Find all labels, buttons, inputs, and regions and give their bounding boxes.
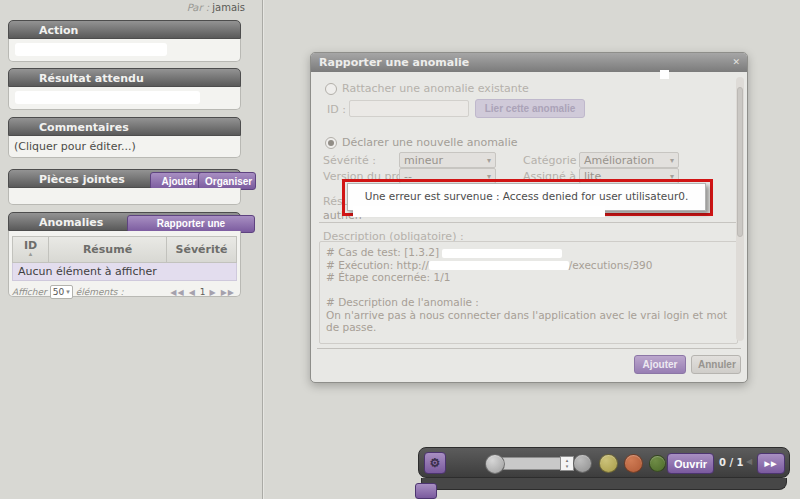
fast-forward-icon: ▶▶	[765, 460, 778, 467]
description-line-step: # Étape concernée: 1/1	[326, 271, 731, 284]
previous-step-button[interactable]: ◀	[746, 457, 752, 466]
declare-new-radio[interactable]	[325, 137, 337, 149]
redacted-action-text	[15, 43, 167, 56]
spinner-down-icon[interactable]: ▾	[561, 463, 573, 469]
category-value: Amélioration	[584, 153, 654, 167]
dialog-cancel-button[interactable]: Annuler	[691, 355, 741, 374]
page-size-value: 50	[53, 287, 64, 297]
status-success-button[interactable]	[649, 455, 666, 472]
pager-next-button[interactable]: ▶	[210, 288, 217, 297]
error-message-text: Une erreur est survenue : Access denied …	[365, 190, 689, 202]
comments-panel-body[interactable]: (Cliquer pour éditer...)	[8, 136, 241, 158]
expected-result-panel-header[interactable]: Résultat attendu	[8, 68, 241, 87]
column-header-severity[interactable]: Sévérité	[167, 237, 236, 262]
status-neutral-button[interactable]	[573, 454, 592, 473]
pager-items-label: éléments :	[76, 287, 124, 297]
status-failure-button[interactable]	[624, 454, 643, 473]
comments-panel-header[interactable]: Commentaires	[8, 117, 241, 136]
action-panel-title: Action	[39, 24, 78, 37]
pager-prev-button[interactable]: ◀	[189, 288, 196, 297]
sort-asc-icon[interactable]: ▴	[13, 252, 48, 257]
execution-toolbar-bar: ⚙ ▴ ▾ Ouvrir 0 / 1 ◀ ▶▶	[418, 447, 790, 478]
comments-panel-title: Commentaires	[39, 121, 129, 134]
dialog-titlebar[interactable]: Rapporter une anomalie ✕	[311, 53, 747, 72]
category-select[interactable]: Amélioration▾	[579, 152, 679, 168]
close-icon[interactable]: ✕	[732, 53, 740, 72]
executed-by-value: jamais	[212, 2, 245, 13]
chevron-down-icon: ▾	[487, 153, 491, 167]
category-label: Catégorie :	[523, 154, 584, 167]
redacted-summary-value	[353, 206, 605, 217]
redacted-execution-url	[429, 261, 569, 270]
anomaly-id-input[interactable]	[349, 100, 469, 117]
empty-table-row: Aucun élément à afficher	[12, 263, 237, 281]
severity-select[interactable]: mineur▾	[399, 152, 496, 168]
comments-placeholder[interactable]: (Cliquer pour éditer...)	[14, 140, 136, 153]
anomalies-panel-body: ID ▴ Résumé Sévérité Aucun élément à aff…	[8, 231, 241, 297]
toolbar-drawer-lip	[421, 478, 787, 490]
anomalies-table: ID ▴ Résumé Sévérité Aucun élément à aff…	[12, 236, 237, 299]
executed-by-label: Par :	[187, 2, 209, 13]
open-button[interactable]: Ouvrir	[667, 453, 714, 474]
table-pager: Afficher 50 ▾ éléments : ◀◀ ◀ 1 ▶ ▶▶	[12, 281, 237, 299]
gear-icon: ⚙	[430, 456, 441, 470]
dialog-scrollbar-track[interactable]	[736, 77, 744, 341]
chevron-down-icon: ▾	[66, 288, 70, 296]
anomalies-panel-title: Anomalies	[39, 216, 103, 229]
execution-toolbar: ⚙ ▴ ▾ Ouvrir 0 / 1 ◀ ▶▶	[418, 447, 790, 490]
description-line-body: On n'arrive pas à nous connecter dans l'…	[326, 309, 731, 334]
link-anomaly-button[interactable]: Lier cette anomalie	[475, 99, 585, 118]
anomalies-table-header: ID ▴ Résumé Sévérité	[12, 236, 237, 263]
attach-existing-radio[interactable]	[325, 83, 337, 95]
dialog-title: Rapporter une anomalie	[319, 56, 469, 69]
step-counter: 0 / 1	[719, 457, 744, 468]
description-line-title: # Description de l'anomalie :	[326, 296, 731, 309]
page-size-select[interactable]: 50 ▾	[50, 285, 73, 299]
anomaly-id-label: ID :	[327, 103, 346, 116]
pager-current-page[interactable]: 1	[200, 287, 206, 297]
toolbar-drawer-tab[interactable]	[415, 483, 437, 499]
dialog-add-button[interactable]: Ajouter	[634, 355, 686, 374]
redaction-square	[660, 70, 669, 79]
declare-new-label: Déclarer une nouvelle anomalie	[342, 136, 517, 149]
status-blocked-button[interactable]	[599, 454, 618, 473]
redacted-expected-result-text	[15, 91, 200, 104]
severity-value: mineur	[404, 153, 443, 167]
summary-underline	[319, 222, 737, 223]
chevron-down-icon: ▾	[670, 153, 674, 167]
expected-result-panel-title: Résultat attendu	[39, 72, 144, 85]
next-step-button[interactable]: ▶▶	[757, 453, 785, 474]
pager-show-label: Afficher	[12, 287, 47, 297]
column-header-summary[interactable]: Résumé	[49, 237, 167, 262]
description-line-testcase: # Cas de test: [1.3.2]	[326, 246, 731, 259]
dialog-footer-divider	[317, 348, 741, 349]
step-number-spinner[interactable]: ▴ ▾	[560, 456, 574, 471]
pager-last-button[interactable]: ▶▶	[221, 288, 235, 297]
report-anomaly-dialog: Rapporter une anomalie ✕ Rattacher une a…	[310, 52, 748, 383]
column-header-id[interactable]: ID ▴	[13, 237, 49, 262]
vertical-divider-highlight	[263, 0, 264, 499]
dialog-scrollbar-thumb[interactable]	[737, 87, 743, 237]
description-textarea[interactable]: # Cas de test: [1.3.2] # Exécution: http…	[319, 241, 738, 344]
step-slider-handle[interactable]	[485, 454, 505, 474]
description-line-blank	[326, 284, 731, 297]
redacted-testcase-name	[442, 249, 562, 258]
expected-result-panel-body[interactable]	[8, 87, 241, 110]
page-background: Par : jamais Action Résultat attendu Com…	[0, 0, 800, 499]
pager-first-button[interactable]: ◀◀	[170, 288, 184, 297]
attachments-panel-body	[8, 188, 241, 205]
executed-by: Par : jamais	[60, 2, 245, 13]
toolbar-settings-button[interactable]: ⚙	[424, 452, 446, 474]
severity-label: Sévérité :	[323, 154, 376, 167]
attach-existing-label: Rattacher une anomalie existante	[342, 82, 529, 95]
action-panel-body[interactable]	[8, 39, 241, 62]
description-line-execution: # Exécution: http:///executions/390	[326, 259, 731, 272]
attachments-panel-title: Pièces jointes	[39, 173, 125, 186]
action-panel-header[interactable]: Action	[8, 20, 241, 39]
